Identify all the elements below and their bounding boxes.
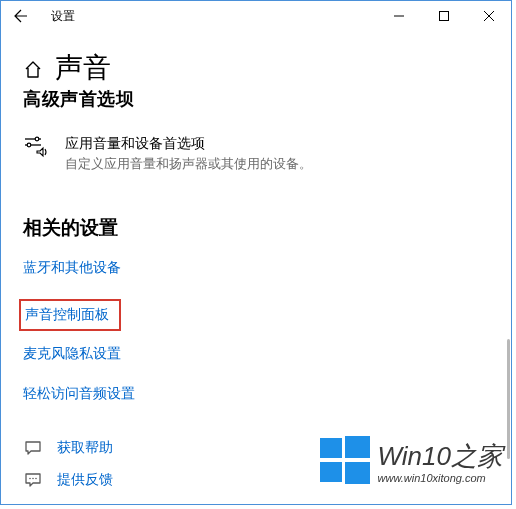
vertical-scrollbar[interactable]	[507, 339, 510, 459]
settings-window: 设置 声音 高级声首选坝	[0, 0, 512, 505]
subsection-heading-cut: 高级声首选坝	[23, 87, 489, 111]
back-button[interactable]	[1, 1, 41, 31]
app-volume-option[interactable]: 应用音量和设备首选项 自定义应用音量和扬声器或其使用的设备。	[23, 135, 489, 173]
option-desc: 自定义应用音量和扬声器或其使用的设备。	[65, 155, 312, 173]
svg-rect-11	[320, 438, 342, 458]
watermark-url: www.win10xitong.com	[378, 472, 503, 484]
minimize-button[interactable]	[376, 1, 421, 31]
link-bluetooth-devices[interactable]: 蓝牙和其他设备	[23, 259, 121, 277]
sliders-speaker-icon	[23, 135, 51, 163]
svg-point-8	[29, 478, 31, 480]
link-ease-audio[interactable]: 轻松访问音频设置	[23, 385, 135, 403]
link-sound-control-panel[interactable]: 声音控制面板	[25, 306, 109, 324]
svg-rect-12	[345, 436, 370, 458]
page-header: 声音	[23, 49, 489, 87]
close-button[interactable]	[466, 1, 511, 31]
maximize-button[interactable]	[421, 1, 466, 31]
home-icon	[23, 60, 45, 82]
watermark: Win10之家 www.win10xitong.com	[316, 432, 503, 490]
link-mic-privacy[interactable]: 麦克风隐私设置	[23, 345, 121, 363]
svg-point-9	[32, 478, 34, 480]
page-title: 声音	[55, 49, 111, 87]
option-title: 应用音量和设备首选项	[65, 135, 312, 153]
svg-point-10	[35, 478, 37, 480]
svg-rect-1	[439, 12, 448, 21]
titlebar: 设置	[1, 1, 511, 31]
related-settings-heading: 相关的设置	[23, 215, 489, 241]
minimize-icon	[394, 11, 404, 21]
window-title: 设置	[51, 8, 75, 25]
chat-help-icon	[23, 439, 43, 457]
arrow-left-icon	[13, 8, 29, 24]
annotation-highlight: 声音控制面板	[19, 299, 121, 331]
maximize-icon	[439, 11, 449, 21]
watermark-brand: Win10之家	[378, 439, 503, 474]
feedback-icon	[23, 471, 43, 489]
close-icon	[484, 11, 494, 21]
get-help-label: 获取帮助	[57, 439, 113, 457]
window-controls	[376, 1, 511, 31]
windows-logo-icon	[316, 432, 374, 490]
svg-point-7	[27, 143, 31, 147]
svg-point-5	[35, 137, 39, 141]
feedback-label: 提供反馈	[57, 471, 113, 489]
svg-rect-13	[320, 462, 342, 482]
svg-rect-14	[345, 462, 370, 484]
